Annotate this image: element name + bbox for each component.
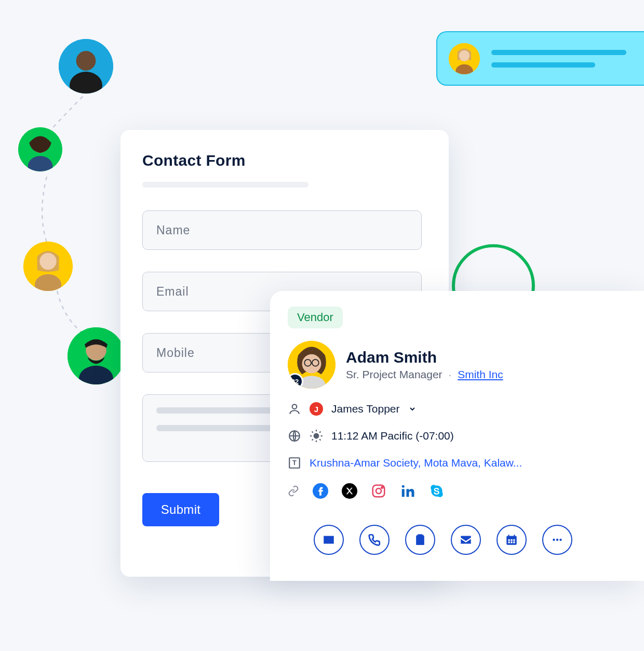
text-box-icon: T	[288, 456, 301, 470]
linkedin-icon[interactable]	[400, 483, 415, 499]
svg-point-39	[376, 488, 381, 494]
email-placeholder: Email	[156, 285, 189, 299]
action-calendar-button[interactable]	[497, 525, 527, 555]
link-icon	[288, 485, 299, 497]
svg-point-8	[39, 253, 56, 270]
person-icon	[288, 402, 301, 416]
chat-avatar	[449, 43, 480, 74]
globe-icon	[288, 429, 301, 443]
svg-rect-52	[513, 541, 515, 543]
action-call-button[interactable]	[359, 525, 390, 555]
timezone-text: 11:12 AM Pacific (-07:00)	[331, 430, 454, 442]
svg-rect-47	[508, 539, 510, 541]
chat-preview-card	[436, 31, 644, 86]
contact-type-badge: Vendor	[288, 307, 343, 328]
x-icon[interactable]	[342, 483, 357, 499]
floating-avatar-4	[68, 327, 125, 384]
floating-avatar-3	[23, 242, 73, 291]
sun-icon	[310, 429, 323, 443]
name-placeholder: Name	[156, 223, 190, 237]
message-placeholder-line-1	[156, 407, 276, 414]
action-row	[288, 525, 644, 555]
address-row[interactable]: T Krushna-Amar Society, Mota Mava, Kalaw…	[288, 456, 644, 470]
svg-line-30	[312, 432, 313, 433]
address-text: Krushna-Amar Society, Mota Mava, Kalaw..…	[310, 457, 522, 469]
svg-rect-48	[511, 539, 512, 541]
timezone-row: 11:12 AM Pacific (-07:00)	[288, 429, 644, 443]
svg-point-15	[459, 50, 469, 60]
avatar-count-badge: 22	[288, 373, 303, 389]
floating-avatar-2	[18, 127, 62, 171]
form-subtitle-placeholder	[142, 182, 308, 188]
social-row	[288, 483, 644, 499]
owner-name: James Topper	[331, 403, 400, 415]
name-field[interactable]: Name	[142, 210, 422, 250]
chat-text-placeholder-2	[491, 62, 595, 68]
svg-rect-41	[402, 489, 405, 497]
svg-rect-50	[508, 541, 510, 543]
svg-point-56	[556, 539, 558, 541]
svg-rect-44	[418, 534, 423, 536]
svg-point-25	[314, 433, 319, 439]
skype-icon[interactable]	[429, 483, 445, 499]
action-note-button[interactable]	[405, 525, 435, 555]
svg-point-57	[559, 539, 561, 541]
svg-point-40	[381, 487, 383, 488]
svg-point-55	[553, 539, 555, 541]
contact-avatar[interactable]: 22	[288, 341, 336, 389]
action-inbox-button[interactable]	[451, 525, 481, 555]
svg-line-32	[312, 439, 313, 440]
contact-name: Adam Smith	[346, 349, 503, 366]
svg-point-23	[292, 404, 297, 409]
floating-avatar-1	[59, 39, 113, 94]
submit-button[interactable]: Submit	[142, 493, 219, 526]
owner-row[interactable]: J James Topper	[288, 402, 644, 416]
facebook-icon[interactable]	[313, 483, 328, 499]
chat-text-placeholder-1	[491, 50, 626, 55]
action-more-button[interactable]	[542, 525, 572, 555]
svg-rect-49	[513, 539, 515, 541]
svg-text:T: T	[292, 459, 297, 467]
svg-rect-51	[511, 541, 512, 543]
svg-point-42	[402, 485, 405, 488]
contact-company-link[interactable]: Smith Inc	[458, 368, 503, 380]
svg-line-31	[319, 439, 320, 440]
mobile-placeholder: Mobile	[156, 346, 195, 360]
form-title: Contact Form	[142, 152, 427, 169]
svg-point-1	[76, 51, 96, 71]
contact-detail-card: Vendor 22 Adam Smith Sr. Project Manager…	[270, 291, 644, 581]
owner-initial-chip: J	[310, 402, 323, 416]
action-email-button[interactable]	[314, 525, 344, 555]
contact-role: Sr. Project Manager	[346, 368, 442, 380]
instagram-icon[interactable]	[371, 483, 386, 499]
chevron-down-icon	[408, 405, 417, 413]
contact-subtitle: Sr. Project Manager · Smith Inc	[346, 368, 503, 381]
svg-rect-43	[416, 536, 424, 544]
svg-line-33	[319, 432, 320, 433]
